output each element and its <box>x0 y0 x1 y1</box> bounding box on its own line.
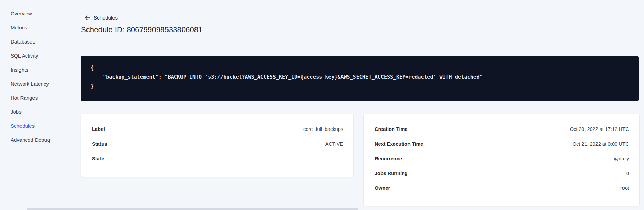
detail-label: Label <box>92 125 105 133</box>
sidebar-item-insights[interactable]: Insights <box>11 66 28 74</box>
detail-label: Creation Time <box>375 125 407 133</box>
sidebar-item-hot-ranges[interactable]: Hot Ranges <box>11 94 38 102</box>
detail-row-state: State <box>92 155 343 163</box>
page-title: Schedule ID: 806799098533806081 <box>81 25 202 34</box>
sidebar-item-schedules[interactable]: Schedules <box>11 122 35 130</box>
detail-label: Recurrence <box>375 155 402 163</box>
detail-row-recurrence: Recurrence @daily <box>375 155 629 163</box>
detail-label: Next Execution Time <box>375 140 423 148</box>
sidebar-item-sql-activity[interactable]: SQL Activity <box>11 52 38 60</box>
horizontal-scrollbar[interactable] <box>27 208 358 210</box>
sidebar-item-advanced-debug[interactable]: Advanced Debug <box>11 136 50 144</box>
detail-row-jobs-running: Jobs Running 0 <box>375 170 629 177</box>
schedule-timing-card: Creation Time Oct 20, 2022 at 17:12 UTC … <box>363 114 640 206</box>
arrow-left-icon <box>84 15 90 21</box>
code-line: "backup_statement": "BACKUP INTO 's3://b… <box>91 73 630 82</box>
detail-label: Status <box>92 140 107 148</box>
detail-value: 0 <box>626 170 629 177</box>
sidebar-item-jobs[interactable]: Jobs <box>11 108 22 116</box>
sidebar-item-databases[interactable]: Databases <box>11 38 35 46</box>
code-line: { <box>91 63 630 73</box>
detail-value: @daily <box>614 155 629 163</box>
detail-value: root <box>620 184 629 192</box>
detail-label: Owner <box>375 184 390 192</box>
detail-value: core_full_backups <box>303 125 343 133</box>
sidebar-nav: Overview Metrics Databases SQL Activity … <box>0 0 81 210</box>
sidebar-item-overview[interactable]: Overview <box>11 10 32 17</box>
schedule-summary-card: Label core_full_backups Status ACTIVE St… <box>81 114 354 177</box>
back-link-label: Schedules <box>94 15 118 21</box>
detail-row-status: Status ACTIVE <box>92 140 343 148</box>
backup-statement-code-block: { "backup_statement": "BACKUP INTO 's3:/… <box>81 56 639 101</box>
detail-label: State <box>92 155 104 163</box>
sidebar-item-network-latency[interactable]: Network Latency <box>11 80 49 88</box>
back-to-schedules-link[interactable]: Schedules <box>84 15 118 21</box>
detail-row-label: Label core_full_backups <box>92 125 343 133</box>
detail-value: Oct 20, 2022 at 17:12 UTC <box>570 125 629 133</box>
detail-row-owner: Owner root <box>375 184 629 192</box>
detail-row-creation-time: Creation Time Oct 20, 2022 at 17:12 UTC <box>375 125 629 133</box>
detail-value: ACTIVE <box>325 140 343 148</box>
code-line: } <box>91 82 630 91</box>
detail-value: Oct 21, 2022 at 0:00 UTC <box>573 140 629 148</box>
detail-label: Jobs Running <box>375 170 408 177</box>
sidebar-item-metrics[interactable]: Metrics <box>11 24 27 32</box>
schedule-details-page: Overview Metrics Databases SQL Activity … <box>0 0 644 210</box>
detail-row-next-execution-time: Next Execution Time Oct 21, 2022 at 0:00… <box>375 140 629 148</box>
